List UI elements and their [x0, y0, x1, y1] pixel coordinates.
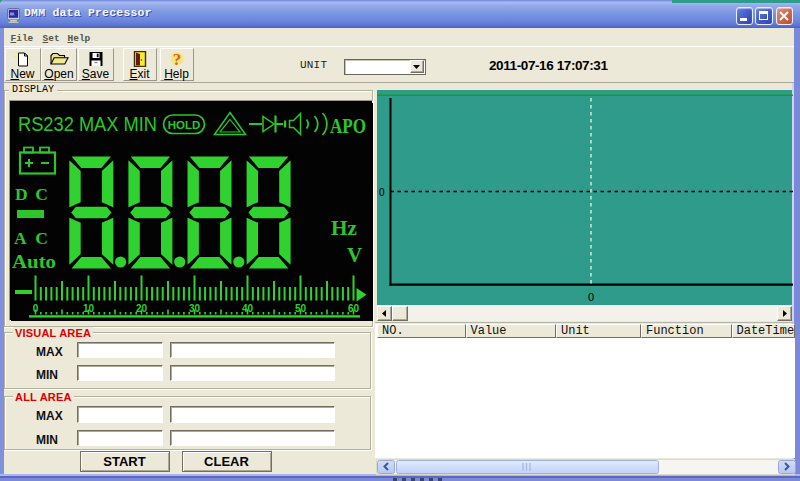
svg-text:V: V	[347, 243, 362, 267]
svg-text:A C: A C	[14, 228, 48, 248]
svg-text:0: 0	[379, 187, 385, 198]
svg-text:Auto: Auto	[12, 251, 56, 272]
svg-text:APO: APO	[330, 114, 366, 138]
svg-text:D C: D C	[15, 184, 48, 204]
svg-text:?: ?	[172, 51, 181, 68]
svg-text:0: 0	[588, 291, 594, 303]
svg-text:RS232 MAX MIN: RS232 MAX MIN	[18, 112, 157, 135]
svg-text:Hz: Hz	[331, 217, 357, 239]
svg-text:HOLD: HOLD	[168, 119, 201, 131]
